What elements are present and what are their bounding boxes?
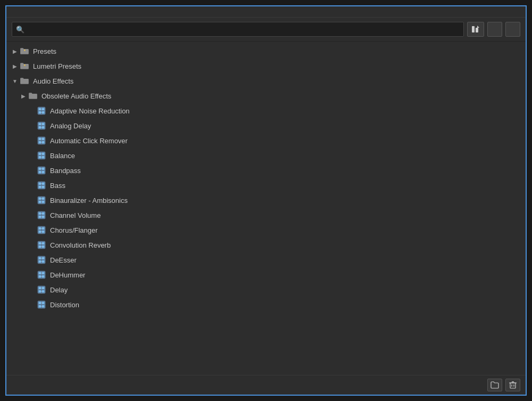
svg-rect-85: [39, 275, 41, 277]
tree-item-bass[interactable]: Bass: [6, 178, 526, 193]
svg-rect-62: [39, 227, 41, 230]
effect-icon: [36, 300, 47, 309]
item-label: DeEsser: [50, 256, 77, 264]
item-label: Chorus/Flanger: [50, 226, 98, 234]
item-label: Obsolete Audio Effects: [41, 92, 111, 100]
svg-rect-93: [42, 290, 44, 292]
tree-item-obsolete-audio-effects[interactable]: Obsolete Audio Effects: [6, 88, 526, 103]
folder-star-icon: [19, 62, 30, 70]
svg-rect-83: [39, 272, 41, 274]
svg-rect-30: [42, 156, 44, 158]
effect-icon: [36, 226, 47, 234]
search-wrapper: 🔍: [12, 22, 464, 37]
svg-rect-79: [42, 260, 44, 263]
svg-rect-92: [39, 290, 41, 292]
chevron-down-icon: [11, 77, 19, 85]
svg-rect-57: [39, 216, 41, 218]
tree-item-convolution-reverb[interactable]: Convolution Reverb: [6, 238, 526, 252]
folder-icon: [28, 92, 38, 100]
tree-item-distortion[interactable]: Distortion: [6, 297, 526, 312]
svg-rect-103: [510, 383, 516, 388]
svg-rect-78: [39, 260, 41, 263]
new-folder-button[interactable]: [487, 379, 502, 391]
tree-item-audio-effects[interactable]: Audio Effects: [6, 73, 526, 88]
svg-rect-22: [39, 141, 41, 143]
svg-rect-84: [42, 272, 44, 274]
svg-rect-9: [42, 111, 44, 113]
search-input[interactable]: [12, 22, 464, 37]
effect-icon: [36, 241, 47, 249]
tree-item-automatic-click-remover[interactable]: Automatic Click Remover: [6, 133, 526, 148]
svg-rect-49: [42, 198, 44, 200]
svg-rect-8: [39, 111, 41, 113]
effects-panel: 🔍 Presets Lumetri Presets Audio Effects …: [5, 5, 527, 396]
svg-rect-90: [39, 287, 41, 289]
trash-icon: [509, 381, 517, 389]
svg-rect-41: [39, 183, 41, 185]
tree-item-lumetri-presets[interactable]: Lumetri Presets: [6, 59, 526, 73]
folder-icon: [19, 77, 30, 85]
tree-item-presets[interactable]: Presets: [6, 44, 526, 59]
svg-rect-6: [39, 108, 41, 110]
tree-item-binauralizer[interactable]: Binauralizer - Ambisonics: [6, 193, 526, 208]
item-label: Adaptive Noise Reduction: [50, 107, 130, 115]
32bit-button[interactable]: [487, 22, 502, 37]
effects-tree: Presets Lumetri Presets Audio Effects Ob…: [6, 42, 526, 375]
tree-item-adaptive-noise-reduction[interactable]: Adaptive Noise Reduction: [6, 103, 526, 118]
tree-item-chorus-flanger[interactable]: Chorus/Flanger: [6, 223, 526, 238]
svg-rect-51: [42, 201, 44, 203]
svg-rect-43: [39, 186, 41, 188]
tree-item-balance[interactable]: Balance: [6, 148, 526, 163]
svg-rect-1: [476, 28, 478, 32]
chevron-right-icon: [11, 47, 19, 55]
svg-rect-77: [42, 257, 44, 259]
item-label: Binauralizer - Ambisonics: [50, 197, 128, 204]
toolbar: 🔍: [6, 18, 526, 42]
svg-rect-63: [42, 227, 44, 230]
item-label: DeHummer: [50, 271, 85, 279]
svg-rect-100: [42, 305, 44, 307]
item-label: Automatic Click Remover: [50, 137, 128, 145]
tree-item-dehummer[interactable]: DeHummer: [6, 267, 526, 282]
tree-item-deesser[interactable]: DeEsser: [6, 252, 526, 267]
svg-rect-72: [42, 245, 44, 248]
effect-icon: [36, 166, 47, 175]
item-label: Presets: [33, 47, 56, 55]
accelerate-button[interactable]: [467, 22, 484, 37]
svg-rect-14: [42, 123, 44, 125]
effect-icon: [36, 121, 47, 130]
svg-rect-58: [42, 216, 44, 218]
tree-item-delay[interactable]: Delay: [6, 282, 526, 297]
item-label: Bandpass: [50, 167, 81, 175]
svg-rect-99: [39, 305, 41, 307]
yuv-button[interactable]: [505, 22, 520, 37]
svg-rect-27: [39, 153, 41, 155]
tree-item-analog-delay[interactable]: Analog Delay: [6, 118, 526, 133]
svg-rect-34: [39, 168, 41, 170]
svg-rect-37: [42, 171, 44, 173]
svg-rect-20: [39, 138, 41, 140]
item-label: Analog Delay: [50, 122, 91, 130]
item-label: Audio Effects: [33, 77, 73, 85]
svg-rect-13: [39, 123, 41, 125]
svg-rect-69: [39, 242, 41, 244]
svg-rect-44: [42, 186, 44, 188]
svg-rect-71: [39, 245, 41, 248]
svg-rect-70: [42, 242, 44, 244]
effect-icon: [36, 136, 47, 145]
item-label: Balance: [50, 152, 75, 160]
effect-icon: [36, 151, 47, 160]
svg-rect-56: [42, 212, 44, 215]
svg-rect-16: [42, 126, 44, 128]
item-label: Lumetri Presets: [33, 62, 81, 70]
tree-item-bandpass[interactable]: Bandpass: [6, 163, 526, 178]
delete-button[interactable]: [505, 379, 520, 391]
chevron-right-icon: [11, 62, 19, 70]
svg-rect-35: [42, 168, 44, 170]
effect-icon: [36, 107, 47, 115]
svg-rect-0: [472, 26, 475, 32]
effect-icon: [36, 196, 47, 204]
tree-item-channel-volume[interactable]: Channel Volume: [6, 208, 526, 223]
svg-rect-23: [42, 141, 44, 143]
item-label: Convolution Reverb: [50, 241, 111, 249]
